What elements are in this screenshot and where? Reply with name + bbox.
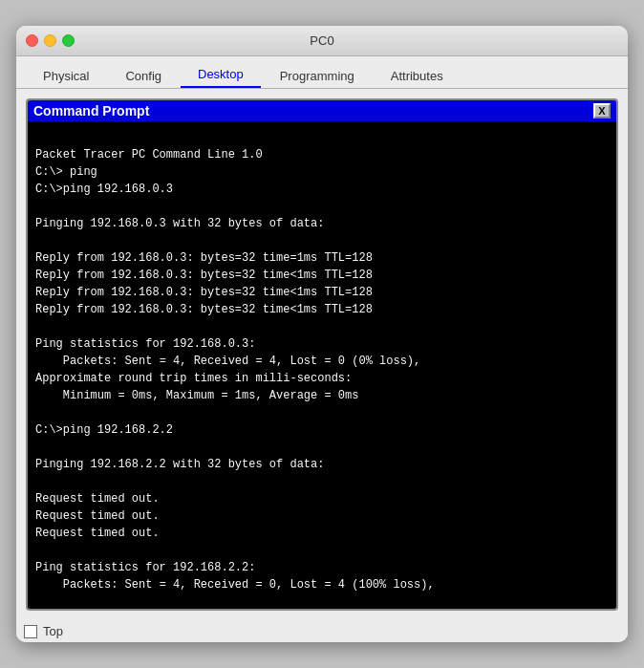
bottom-bar: Top <box>16 620 628 642</box>
command-titlebar: Command Prompt X <box>28 100 616 121</box>
traffic-light-buttons <box>26 34 75 47</box>
maximize-button[interactable] <box>62 34 75 47</box>
tab-bar: Physical Config Desktop Programming Attr… <box>16 56 628 89</box>
window-title: PC0 <box>310 33 333 48</box>
terminal-text: Packet Tracer PC Command Line 1.0 C:\> p… <box>35 148 435 609</box>
close-button[interactable] <box>26 34 38 47</box>
tab-physical[interactable]: Physical <box>26 64 106 88</box>
tab-programming[interactable]: Programming <box>263 64 372 88</box>
terminal-output[interactable]: Packet Tracer PC Command Line 1.0 C:\> p… <box>28 121 616 609</box>
tab-config[interactable]: Config <box>108 64 179 88</box>
main-window: PC0 Physical Config Desktop Programming … <box>16 26 628 642</box>
title-bar: PC0 <box>16 26 628 56</box>
command-close-button[interactable]: X <box>593 103 611 119</box>
main-content: Command Prompt X Packet Tracer PC Comman… <box>16 89 628 620</box>
tab-attributes[interactable]: Attributes <box>374 64 461 88</box>
top-label: Top <box>43 624 63 638</box>
minimize-button[interactable] <box>44 34 56 47</box>
command-prompt-title: Command Prompt <box>33 103 149 119</box>
command-window: Command Prompt X Packet Tracer PC Comman… <box>26 98 618 611</box>
top-checkbox[interactable] <box>24 625 37 638</box>
tab-desktop[interactable]: Desktop <box>181 62 261 88</box>
